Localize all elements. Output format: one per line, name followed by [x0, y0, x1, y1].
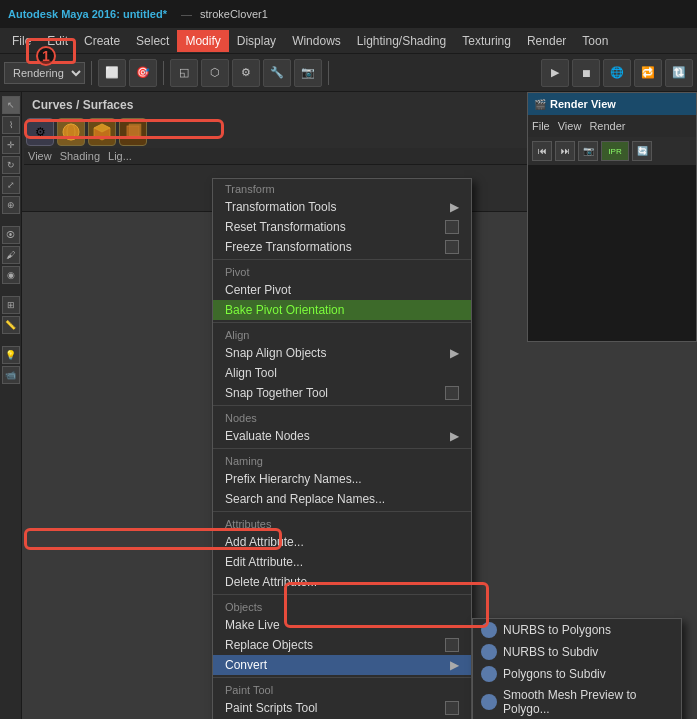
menu-select[interactable]: Select [128, 30, 177, 52]
tool-soft-select[interactable]: ⦿ [2, 226, 20, 244]
render-ipr-btn[interactable]: IPR [601, 141, 629, 161]
menu-create[interactable]: Create [76, 30, 128, 52]
menu-edit-attribute[interactable]: Edit Attribute... [213, 552, 471, 572]
view-label: View [28, 150, 52, 162]
menu-make-live[interactable]: Make Live [213, 615, 471, 635]
tool-move[interactable]: ✛ [2, 136, 20, 154]
tool-scale[interactable]: ⤢ [2, 176, 20, 194]
toolbar-btn-6[interactable]: 🔧 [263, 59, 291, 87]
render-toolbar: ⏮ ⏭ 📷 IPR 🔄 [528, 137, 696, 165]
render-icon-3[interactable]: 🔃 [665, 59, 693, 87]
render-camera-btn[interactable]: 📷 [578, 141, 598, 161]
menu-bake-pivot[interactable]: Bake Pivot Orientation [213, 300, 471, 320]
tool-lasso[interactable]: ⌇ [2, 116, 20, 134]
menu-center-pivot[interactable]: Center Pivot [213, 280, 471, 300]
main-toolbar: Rendering ⬜ 🎯 ◱ ⬡ ⚙ 🔧 📷 ▶ ⏹ 🌐 🔁 🔃 [0, 54, 697, 92]
section-paint-tool: Paint Tool [213, 680, 471, 698]
panel-icon-cube2[interactable] [119, 118, 147, 146]
tool-camera[interactable]: 📹 [2, 366, 20, 384]
section-naming: Naming [213, 451, 471, 469]
modify-menu: Transform Transformation Tools ▶ Reset T… [212, 178, 472, 719]
menu-file[interactable]: File [4, 30, 39, 52]
snap-align-label: Snap Align Objects [225, 346, 326, 360]
toolbar-btn-1[interactable]: ⬜ [98, 59, 126, 87]
menu-lighting-shading[interactable]: Lighting/Shading [349, 30, 454, 52]
menu-delete-attribute[interactable]: Delete Attribute... [213, 572, 471, 592]
menu-display[interactable]: Display [229, 30, 284, 52]
tool-rotate[interactable]: ↻ [2, 156, 20, 174]
paint-scripts-checkbox[interactable] [445, 701, 459, 715]
tool-select[interactable]: ↖ [2, 96, 20, 114]
nurbs-subdiv-label: NURBS to Subdiv [503, 645, 598, 659]
search-replace-label: Search and Replace Names... [225, 492, 385, 506]
menu-prefix-hierarchy[interactable]: Prefix Hierarchy Names... [213, 469, 471, 489]
convert-arrow: ▶ [450, 658, 459, 672]
toolbar-btn-2[interactable]: 🎯 [129, 59, 157, 87]
toolbar-btn-4[interactable]: ⬡ [201, 59, 229, 87]
left-toolbar: ↖ ⌇ ✛ ↻ ⤢ ⊕ ⦿ 🖌 ◉ ⊞ 📏 💡 📹 [0, 92, 22, 719]
menu-transformation-tools[interactable]: Transformation Tools ▶ [213, 197, 471, 217]
render-icon-1[interactable]: 🌐 [603, 59, 631, 87]
render-icon-2[interactable]: 🔁 [634, 59, 662, 87]
render-frame-btn[interactable]: ⏭ [555, 141, 575, 161]
snap-align-arrow: ▶ [450, 346, 459, 360]
render-view-menu[interactable]: View [558, 120, 582, 132]
render-view-title: 🎬 Render View [528, 93, 696, 115]
menu-texturing[interactable]: Texturing [454, 30, 519, 52]
render-btn-2[interactable]: ⏹ [572, 59, 600, 87]
convert-submenu: NURBS to Polygons NURBS to Subdiv Polygo… [472, 618, 682, 719]
render-render-menu[interactable]: Render [589, 120, 625, 132]
menu-modify[interactable]: Modify [177, 30, 228, 52]
menu-paint-scripts[interactable]: Paint Scripts Tool [213, 698, 471, 718]
render-menu-bar: File View Render [528, 115, 696, 137]
toolbar-btn-7[interactable]: 📷 [294, 59, 322, 87]
sep-7 [213, 677, 471, 678]
menu-evaluate-nodes[interactable]: Evaluate Nodes ▶ [213, 426, 471, 446]
convert-poly-subdiv[interactable]: Polygons to Subdiv [473, 663, 681, 685]
menu-replace-objects[interactable]: Replace Objects [213, 635, 471, 655]
menu-convert[interactable]: Convert ▶ [213, 655, 471, 675]
tool-sculpt[interactable]: ◉ [2, 266, 20, 284]
replace-objects-checkbox[interactable] [445, 638, 459, 652]
tool-snap[interactable]: ⊞ [2, 296, 20, 314]
main-area: ↖ ⌇ ✛ ↻ ⤢ ⊕ ⦿ 🖌 ◉ ⊞ 📏 💡 📹 Curves / Surfa… [0, 92, 697, 719]
content-area: Curves / Surfaces ⚙ ⚙ [22, 92, 697, 719]
menu-reset-transformations[interactable]: Reset Transformations [213, 217, 471, 237]
convert-nurbs-subdiv[interactable]: NURBS to Subdiv [473, 641, 681, 663]
render-refresh-btn[interactable]: 🔄 [632, 141, 652, 161]
freeze-checkbox[interactable] [445, 240, 459, 254]
render-btn-1[interactable]: ▶ [541, 59, 569, 87]
render-play-btn[interactable]: ⏮ [532, 141, 552, 161]
tool-measure[interactable]: 📏 [2, 316, 20, 334]
tool-light[interactable]: 💡 [2, 346, 20, 364]
panel-icon-sphere[interactable] [57, 118, 85, 146]
tool-paint[interactable]: 🖌 [2, 246, 20, 264]
panel-icon-settings[interactable]: ⚙ [26, 118, 54, 146]
toolbar-btn-3[interactable]: ◱ [170, 59, 198, 87]
arrow-icon: ▶ [450, 200, 459, 214]
panel-icon-cube1[interactable] [88, 118, 116, 146]
menu-toon[interactable]: Toon [574, 30, 616, 52]
menu-add-attribute[interactable]: Add Attribute... [213, 532, 471, 552]
menu-snap-together[interactable]: Snap Together Tool [213, 383, 471, 403]
toolbar-btn-5[interactable]: ⚙ [232, 59, 260, 87]
convert-smooth-mesh[interactable]: Smooth Mesh Preview to Polygo... [473, 685, 681, 719]
sep-1 [213, 259, 471, 260]
tool-universal[interactable]: ⊕ [2, 196, 20, 214]
menu-render[interactable]: Render [519, 30, 574, 52]
menu-windows[interactable]: Windows [284, 30, 349, 52]
svg-rect-5 [129, 124, 141, 136]
step1-indicator: 1 [36, 46, 56, 66]
menu-snap-align[interactable]: Snap Align Objects ▶ [213, 343, 471, 363]
reset-checkbox[interactable] [445, 220, 459, 234]
render-view-panel: 🎬 Render View File View Render ⏮ ⏭ 📷 IPR… [527, 92, 697, 342]
convert-nurbs-poly[interactable]: NURBS to Polygons [473, 619, 681, 641]
menu-search-replace[interactable]: Search and Replace Names... [213, 489, 471, 509]
modify-dropdown: Transform Transformation Tools ▶ Reset T… [212, 178, 472, 719]
render-file-menu[interactable]: File [532, 120, 550, 132]
snap-together-checkbox[interactable] [445, 386, 459, 400]
make-live-label: Make Live [225, 618, 280, 632]
menu-align-tool[interactable]: Align Tool [213, 363, 471, 383]
evaluate-nodes-label: Evaluate Nodes [225, 429, 310, 443]
menu-freeze-transformations[interactable]: Freeze Transformations [213, 237, 471, 257]
